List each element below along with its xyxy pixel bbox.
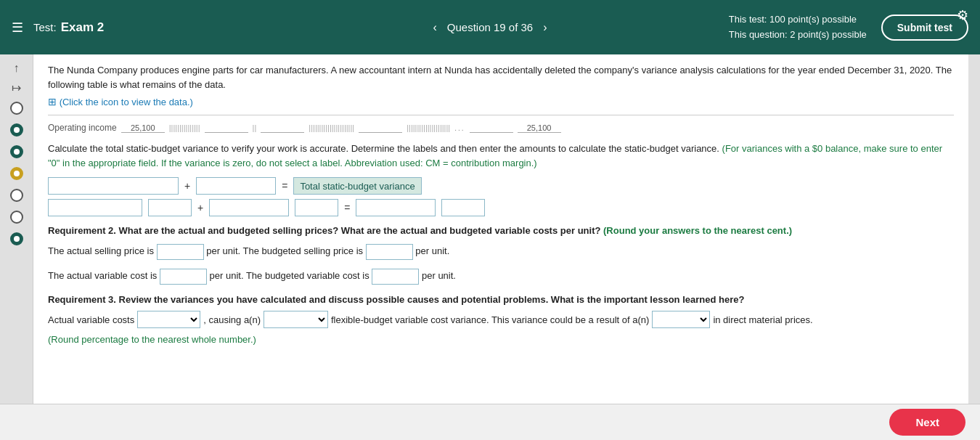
req2-heading: Requirement 2. What are the actual and b… <box>48 225 954 236</box>
plus-sign-1: + <box>184 180 190 192</box>
equals-sign-2: = <box>344 202 350 213</box>
footer: Next <box>0 404 980 440</box>
test-label: Test: <box>33 21 57 33</box>
exam-name: Exam 2 <box>61 20 105 35</box>
radio-item-7[interactable] <box>10 232 23 245</box>
plus-sign-2: + <box>197 202 203 213</box>
oi-input-1[interactable] <box>121 123 165 133</box>
actual-variable-cost-input[interactable] <box>160 269 207 285</box>
divider-1 <box>48 115 954 115</box>
radio-item-2[interactable] <box>10 123 23 137</box>
sidebar-forward-icon[interactable]: ↦ <box>10 79 23 96</box>
oi-input-3[interactable] <box>261 123 304 133</box>
oi-label: Operating income <box>48 123 117 133</box>
main-container: ↑ ↦ ◄ ► The Nunda Company produces engin… <box>0 54 980 440</box>
req2-green: (Round your answers to the nearest cent.… <box>603 225 792 236</box>
radio-item-3[interactable] <box>10 145 23 158</box>
test-points: This test: 100 point(s) possible <box>729 12 867 28</box>
var-input-2b[interactable] <box>148 199 192 216</box>
radio-item-1[interactable] <box>10 102 23 115</box>
gear-icon[interactable]: ⚙ <box>957 7 968 23</box>
req2-line1: The actual selling price is per unit. Th… <box>48 242 954 261</box>
left-sidebar: ↑ ↦ ◄ ► <box>0 54 33 440</box>
right-scroll[interactable] <box>968 54 980 440</box>
test-info: This test: 100 point(s) possible This qu… <box>729 12 867 43</box>
radio-item-4[interactable] <box>10 167 23 180</box>
req3-heading: Requirement 3. Review the variances you … <box>48 294 954 305</box>
oi-dots: ... <box>454 124 465 132</box>
prev-question-button[interactable]: ‹ <box>433 21 436 34</box>
round-note: (Round percentage to the nearest whole n… <box>48 334 954 345</box>
oi-input-5[interactable] <box>470 123 513 133</box>
variance-row-1: + = Total static-budget variance <box>48 177 954 195</box>
req2-text: What are the actual and budgeted selling… <box>119 225 601 236</box>
variance-type-dropdown[interactable]: favorable unfavorable <box>264 311 328 328</box>
question-text: The Nunda Company produces engine parts … <box>48 63 954 91</box>
total-label: Total static-budget variance <box>293 177 421 195</box>
req2-line2: The actual variable cost is per unit. Th… <box>48 266 954 285</box>
content-area: The Nunda Company produces engine parts … <box>33 54 968 440</box>
req3-text: Review the variances you have calculated… <box>119 294 745 305</box>
var-input-2e[interactable] <box>356 199 436 216</box>
header: ☰ Test: Exam 2 ‹ Question 19 of 36 › Thi… <box>0 0 980 54</box>
sidebar-arrow-up[interactable]: ↑ <box>12 60 21 76</box>
var-input-2c[interactable] <box>209 199 289 216</box>
oi-input-6[interactable] <box>518 123 561 133</box>
header-right: This test: 100 point(s) possible This qu… <box>729 12 968 43</box>
budgeted-variable-cost-input[interactable] <box>372 269 419 285</box>
var-input-2a[interactable] <box>48 199 142 216</box>
question-nav: ‹ Question 19 of 36 › <box>433 21 547 34</box>
variance-cause-dropdown[interactable]: increase decrease <box>652 311 710 328</box>
oi-input-2[interactable] <box>205 123 248 133</box>
question-points: This question: 2 point(s) possible <box>729 28 867 43</box>
question-counter: Question 19 of 36 <box>447 21 533 33</box>
budgeted-selling-price-input[interactable] <box>366 244 413 260</box>
var-input-1b[interactable] <box>196 177 276 195</box>
var-input-2d[interactable] <box>295 199 338 216</box>
menu-icon[interactable]: ☰ <box>12 20 23 36</box>
equals-sign-1: = <box>282 180 287 192</box>
next-button[interactable]: Next <box>889 409 965 436</box>
instruction-text: Calculate the total static-budget varian… <box>48 142 954 170</box>
radio-item-6[interactable] <box>10 211 23 224</box>
table-icon: ⊞ <box>48 96 57 107</box>
var-input-1a[interactable] <box>48 177 179 195</box>
var-input-2f[interactable] <box>441 199 485 216</box>
actual-selling-price-input[interactable] <box>157 244 204 260</box>
next-question-button[interactable]: › <box>543 21 547 34</box>
req3-line: Actual variable costs exceeded were belo… <box>48 311 954 328</box>
oi-input-4[interactable] <box>359 123 402 133</box>
submit-test-button[interactable]: Submit test <box>881 15 968 41</box>
operating-income-row: Operating income ||||||||||||||| || ||||… <box>48 123 954 133</box>
variable-costs-dropdown[interactable]: exceeded were below <box>137 311 200 328</box>
variance-row-2: + = <box>48 199 954 216</box>
click-icon-text[interactable]: (Click the icon to view the data.) <box>60 97 193 107</box>
click-icon-link[interactable]: ⊞ (Click the icon to view the data.) <box>48 96 954 107</box>
radio-item-5[interactable] <box>10 189 23 202</box>
